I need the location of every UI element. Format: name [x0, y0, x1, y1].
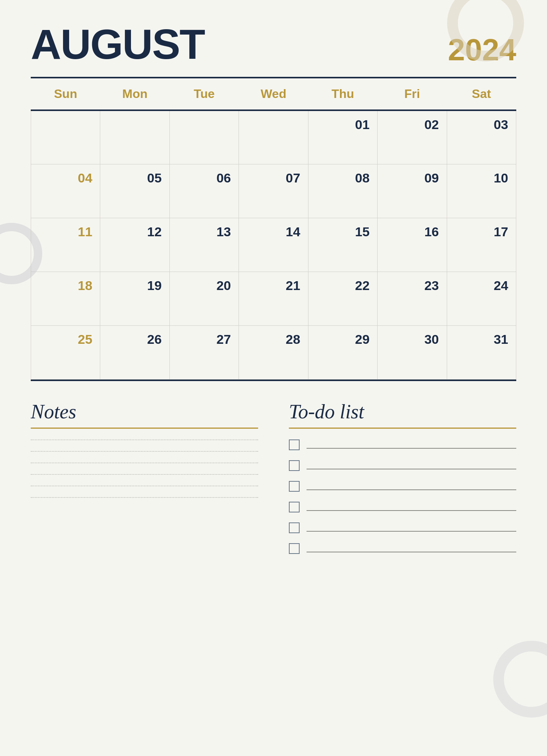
- cal-cell-thu-15: 15: [308, 218, 377, 272]
- todo-line-1: [307, 441, 516, 449]
- cal-cell-tue-27: 27: [169, 325, 239, 379]
- todo-item-4: [289, 502, 516, 512]
- cal-cell-fri-09: 09: [378, 164, 447, 218]
- notes-line-4: [31, 474, 258, 475]
- todo-checkbox-4[interactable]: [289, 502, 300, 512]
- cal-cell: [239, 110, 308, 164]
- calendar-table: Sun Mon Tue Wed Thu Fri Sat 01 02 03: [31, 78, 516, 380]
- todo-line-6: [307, 545, 516, 552]
- notes-underline: [31, 428, 258, 429]
- month-title: AUGUST: [31, 23, 204, 65]
- cal-cell-tue-06: 06: [169, 164, 239, 218]
- cal-cell-mon-19: 19: [100, 272, 169, 325]
- cal-cell-fri-23: 23: [378, 272, 447, 325]
- cal-cell-tue-13: 13: [169, 218, 239, 272]
- todo-section: To-do list: [289, 400, 516, 564]
- notes-line-1: [31, 439, 258, 440]
- cal-cell-tue-20: 20: [169, 272, 239, 325]
- cal-cell: [169, 110, 239, 164]
- cal-cell-sun-18: 18: [31, 272, 100, 325]
- todo-underline: [289, 428, 516, 429]
- todo-item-3: [289, 481, 516, 492]
- day-tue: Tue: [169, 78, 239, 110]
- cal-cell-sat-03: 03: [447, 110, 516, 164]
- cal-cell-fri-02: 02: [378, 110, 447, 164]
- cal-cell-thu-29: 29: [308, 325, 377, 379]
- year-title: 2024: [448, 35, 516, 65]
- cal-cell-thu-08: 08: [308, 164, 377, 218]
- notes-section: Notes: [31, 400, 258, 564]
- cal-cell-wed-28: 28: [239, 325, 308, 379]
- week-row-5: 25 26 27 28 29 30 31: [31, 325, 516, 379]
- notes-line-3: [31, 463, 258, 463]
- bottom-section: Notes To-do list: [31, 400, 516, 564]
- day-thu: Thu: [308, 78, 377, 110]
- cal-cell-sat-17: 17: [447, 218, 516, 272]
- todo-item-1: [289, 439, 516, 450]
- notes-title: Notes: [31, 400, 258, 423]
- todo-line-2: [307, 462, 516, 469]
- cal-cell-fri-30: 30: [378, 325, 447, 379]
- cal-cell: [31, 110, 100, 164]
- cal-cell-mon-05: 05: [100, 164, 169, 218]
- day-wed: Wed: [239, 78, 308, 110]
- cal-cell-mon-12: 12: [100, 218, 169, 272]
- days-header-row: Sun Mon Tue Wed Thu Fri Sat: [31, 78, 516, 110]
- calendar-page: AUGUST 2024 Sun Mon Tue Wed Thu Fri Sat: [0, 0, 547, 756]
- cal-cell-wed-14: 14: [239, 218, 308, 272]
- day-sat: Sat: [447, 78, 516, 110]
- cal-cell-wed-07: 07: [239, 164, 308, 218]
- cal-cell-fri-16: 16: [378, 218, 447, 272]
- deco-circle-bottom-right: [493, 641, 547, 718]
- cal-cell-sun-04: 04: [31, 164, 100, 218]
- todo-title: To-do list: [289, 400, 516, 423]
- day-sun: Sun: [31, 78, 100, 110]
- todo-item-2: [289, 460, 516, 471]
- todo-item-5: [289, 522, 516, 533]
- cal-cell-sat-10: 10: [447, 164, 516, 218]
- todo-checkbox-2[interactable]: [289, 460, 300, 471]
- header: AUGUST 2024: [31, 23, 516, 65]
- todo-line-4: [307, 503, 516, 511]
- cal-cell-wed-21: 21: [239, 272, 308, 325]
- cal-cell-sat-31: 31: [447, 325, 516, 379]
- cal-cell-thu-22: 22: [308, 272, 377, 325]
- cal-cell-thu-01: 01: [308, 110, 377, 164]
- day-mon: Mon: [100, 78, 169, 110]
- notes-line-6: [31, 497, 258, 498]
- todo-checkbox-1[interactable]: [289, 439, 300, 450]
- todo-line-3: [307, 482, 516, 490]
- notes-line-2: [31, 451, 258, 452]
- week-row-4: 18 19 20 21 22 23 24: [31, 272, 516, 325]
- todo-item-6: [289, 543, 516, 554]
- cal-cell-sat-24: 24: [447, 272, 516, 325]
- notes-line-5: [31, 486, 258, 486]
- day-fri: Fri: [378, 78, 447, 110]
- bottom-border: [31, 380, 516, 381]
- week-row-3: 11 12 13 14 15 16 17: [31, 218, 516, 272]
- todo-checkbox-6[interactable]: [289, 543, 300, 554]
- cal-cell-sun-11: 11: [31, 218, 100, 272]
- cal-cell: [100, 110, 169, 164]
- todo-checkbox-3[interactable]: [289, 481, 300, 492]
- cal-cell-mon-26: 26: [100, 325, 169, 379]
- todo-checkbox-5[interactable]: [289, 522, 300, 533]
- cal-cell-sun-25: 25: [31, 325, 100, 379]
- week-row-2: 04 05 06 07 08 09 10: [31, 164, 516, 218]
- week-row-1: 01 02 03: [31, 110, 516, 164]
- todo-line-5: [307, 524, 516, 532]
